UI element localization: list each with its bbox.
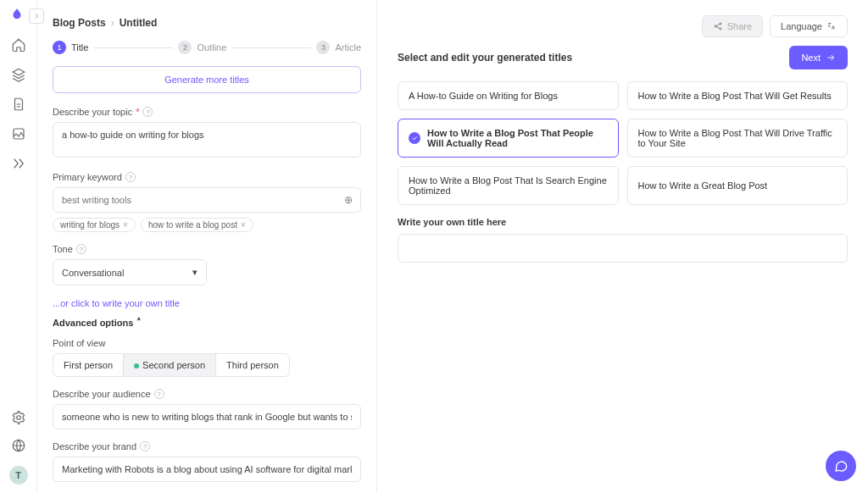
- title-option[interactable]: How to Write a Blog Post That Will Get R…: [627, 81, 849, 110]
- nav-layers-icon[interactable]: [11, 67, 26, 85]
- nav-image-icon[interactable]: [11, 126, 26, 144]
- topic-input[interactable]: [53, 122, 361, 158]
- breadcrumb-parent[interactable]: Blog Posts: [53, 17, 106, 29]
- language-button[interactable]: Language: [770, 15, 848, 37]
- topic-label: Describe your topic * ?: [53, 107, 361, 117]
- app-logo[interactable]: [9, 7, 28, 25]
- nav-home-icon[interactable]: [11, 37, 26, 55]
- remove-chip-icon[interactable]: ×: [241, 220, 246, 230]
- chevron-right-icon: ›: [111, 17, 114, 29]
- help-icon[interactable]: ?: [154, 389, 164, 399]
- keyword-chip[interactable]: how to write a blog post×: [141, 218, 253, 232]
- own-title-label: Write your own title here: [398, 217, 848, 227]
- step-title[interactable]: 1Title: [53, 41, 88, 54]
- keyword-chip[interactable]: writing for blogs×: [53, 218, 136, 232]
- write-own-link[interactable]: ...or click to write your own title: [53, 298, 180, 308]
- user-avatar[interactable]: T: [9, 466, 28, 485]
- step-outline[interactable]: 2Outline: [178, 41, 226, 54]
- nav-skip-icon[interactable]: [11, 156, 26, 174]
- brand-input[interactable]: [53, 457, 361, 482]
- title-option[interactable]: How to Write a Great Blog Post: [627, 166, 849, 205]
- sidebar-collapse-button[interactable]: [29, 8, 44, 24]
- wizard-steps: 1Title 2Outline 3Article: [53, 41, 361, 54]
- title-option[interactable]: A How-to Guide on Writing for Blogs: [398, 81, 619, 110]
- title-option[interactable]: How to Write a Blog Post That Is Search …: [398, 166, 619, 205]
- share-button: Share: [702, 15, 763, 37]
- sidebar-rail: T: [0, 0, 37, 493]
- nav-settings-icon[interactable]: [11, 410, 26, 428]
- title-option[interactable]: How to Write a Blog Post That Will Drive…: [627, 119, 849, 158]
- chevron-up-icon: ˄: [136, 317, 142, 328]
- breadcrumb-current: Untitled: [120, 17, 158, 29]
- chevron-down-icon: ▾: [192, 267, 198, 278]
- pov-segment: First person Second person Third person: [53, 353, 290, 377]
- help-icon[interactable]: ?: [140, 441, 150, 451]
- own-title-input[interactable]: [398, 234, 848, 263]
- add-keyword-button[interactable]: ⊕: [344, 194, 353, 206]
- advanced-toggle[interactable]: Advanced options˄: [53, 317, 361, 328]
- remove-chip-icon[interactable]: ×: [123, 220, 128, 230]
- keyword-label: Primary keyword ?: [53, 172, 361, 182]
- tone-label: Tone ?: [53, 244, 361, 254]
- breadcrumb: Blog Posts › Untitled: [53, 17, 361, 29]
- tone-select[interactable]: Conversational▾: [53, 259, 207, 285]
- results-panel: Share Language Select and edit your gene…: [377, 0, 868, 493]
- pov-third[interactable]: Third person: [216, 354, 289, 376]
- svg-point-1: [16, 416, 20, 420]
- svg-point-5: [720, 28, 721, 30]
- nav-document-icon[interactable]: [11, 97, 26, 114]
- help-icon[interactable]: ?: [142, 107, 153, 117]
- form-panel: Blog Posts › Untitled 1Title 2Outline 3A…: [37, 0, 376, 493]
- svg-point-3: [715, 25, 716, 27]
- pov-second[interactable]: Second person: [124, 354, 216, 376]
- chat-fab[interactable]: [826, 451, 856, 481]
- audience-label: Describe your audience ?: [53, 389, 361, 399]
- svg-point-4: [720, 23, 721, 25]
- keyword-input[interactable]: [53, 187, 361, 213]
- pov-label: Point of view: [53, 338, 361, 348]
- step-article[interactable]: 3Article: [316, 41, 361, 54]
- check-icon: [409, 132, 420, 144]
- next-button[interactable]: Next: [789, 46, 848, 69]
- results-heading: Select and edit your generated titles: [398, 52, 572, 64]
- help-icon[interactable]: ?: [76, 244, 86, 254]
- generate-more-button[interactable]: Generate more titles: [53, 66, 361, 93]
- brand-label: Describe your brand ?: [53, 441, 361, 451]
- help-icon[interactable]: ?: [125, 172, 136, 182]
- pov-first[interactable]: First person: [53, 354, 124, 376]
- audience-input[interactable]: [53, 404, 361, 429]
- nav-globe-icon[interactable]: [11, 438, 26, 456]
- title-option[interactable]: How to Write a Blog Post That People Wil…: [398, 119, 619, 158]
